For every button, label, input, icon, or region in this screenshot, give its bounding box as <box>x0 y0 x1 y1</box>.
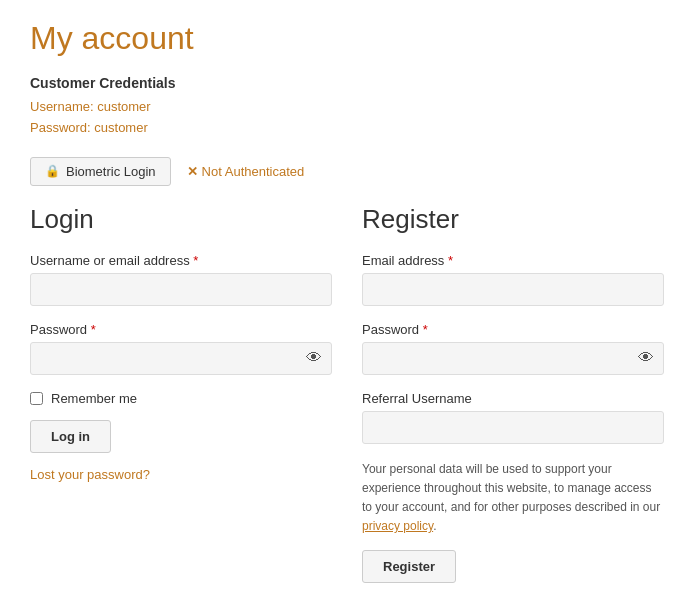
privacy-policy-link[interactable]: privacy policy <box>362 519 433 533</box>
remember-me-checkbox[interactable] <box>30 392 43 405</box>
register-password-input[interactable] <box>362 342 664 375</box>
email-field-group: Email address * <box>362 253 664 306</box>
x-icon: ✕ <box>187 164 198 179</box>
register-password-required-star: * <box>423 322 428 337</box>
credentials-username: Username: customer <box>30 97 664 118</box>
email-required-star: * <box>448 253 453 268</box>
not-authenticated-status: ✕ Not Authenticated <box>187 164 305 179</box>
username-field-group: Username or email address * <box>30 253 332 306</box>
register-password-label: Password * <box>362 322 664 337</box>
lock-icon: 🔒 <box>45 164 60 178</box>
register-button[interactable]: Register <box>362 550 456 583</box>
login-password-input[interactable] <box>30 342 332 375</box>
login-password-wrapper: 👁 <box>30 342 332 375</box>
login-section-title: Login <box>30 204 332 235</box>
biometric-button-label: Biometric Login <box>66 164 156 179</box>
username-label: Username or email address * <box>30 253 332 268</box>
login-section: Login Username or email address * Passwo… <box>30 204 332 584</box>
email-label: Email address * <box>362 253 664 268</box>
register-section-title: Register <box>362 204 664 235</box>
email-input[interactable] <box>362 273 664 306</box>
privacy-text: Your personal data will be used to suppo… <box>362 460 664 537</box>
credentials-section: Customer Credentials Username: customer … <box>30 75 664 139</box>
lost-password-section: Lost your password? <box>30 467 332 482</box>
username-input[interactable] <box>30 273 332 306</box>
register-password-wrapper: 👁 <box>362 342 664 375</box>
credentials-password: Password: customer <box>30 118 664 139</box>
lost-password-link[interactable]: Lost your password? <box>30 467 150 482</box>
two-column-layout: Login Username or email address * Passwo… <box>30 204 664 584</box>
remember-me-label[interactable]: Remember me <box>51 391 137 406</box>
login-password-required-star: * <box>91 322 96 337</box>
referral-label: Referral Username <box>362 391 664 406</box>
credentials-title: Customer Credentials <box>30 75 664 91</box>
login-button[interactable]: Log in <box>30 420 111 453</box>
referral-input[interactable] <box>362 411 664 444</box>
referral-field-group: Referral Username <box>362 391 664 444</box>
register-section: Register Email address * Password * 👁 Re… <box>362 204 664 584</box>
login-password-label: Password * <box>30 322 332 337</box>
page-title: My account <box>30 20 664 57</box>
remember-me-row: Remember me <box>30 391 332 406</box>
username-required-star: * <box>193 253 198 268</box>
register-password-field-group: Password * 👁 <box>362 322 664 375</box>
login-password-toggle-icon[interactable]: 👁 <box>306 349 322 367</box>
not-auth-label: Not Authenticated <box>202 164 305 179</box>
biometric-login-button[interactable]: 🔒 Biometric Login <box>30 157 171 186</box>
biometric-bar: 🔒 Biometric Login ✕ Not Authenticated <box>30 157 664 186</box>
register-password-toggle-icon[interactable]: 👁 <box>638 349 654 367</box>
login-password-field-group: Password * 👁 <box>30 322 332 375</box>
